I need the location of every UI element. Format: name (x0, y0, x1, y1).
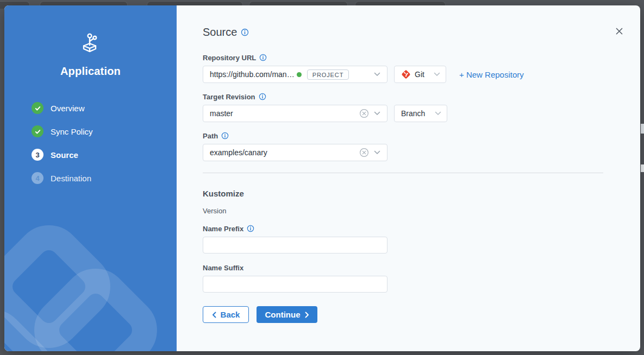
target-revision-label: Target Revision (203, 93, 255, 101)
step-label: Sync Policy (51, 127, 93, 136)
close-icon (615, 27, 623, 35)
git-logo-icon (401, 69, 411, 79)
application-logo-icon (78, 30, 103, 55)
new-repository-link[interactable]: + New Repository (459, 70, 524, 79)
step-label: Source (51, 150, 78, 160)
step-number-badge: 3 (32, 149, 43, 161)
close-button[interactable] (613, 25, 625, 37)
check-icon (32, 102, 43, 114)
step-label: Overview (51, 104, 85, 113)
project-badge: PROJECT (307, 69, 349, 80)
chevron-right-icon (305, 312, 309, 318)
chevron-down-icon[interactable] (435, 111, 441, 116)
continue-button[interactable]: Continue (257, 306, 317, 323)
kustomize-heading: Kustomize (203, 189, 640, 198)
name-suffix-label: Name Suffix (203, 264, 243, 272)
continue-button-label: Continue (265, 310, 301, 319)
revision-type-value: Branch (401, 109, 425, 118)
name-prefix-input[interactable] (203, 237, 387, 253)
step-label: Destination (51, 174, 91, 183)
chevron-down-icon[interactable] (374, 111, 380, 116)
connection-status-dot (297, 72, 302, 77)
chevron-down-icon[interactable] (374, 150, 380, 155)
back-button[interactable]: Back (203, 306, 249, 323)
target-revision-value: master (210, 109, 233, 118)
section-divider (203, 173, 603, 173)
step-destination[interactable]: 4 Destination (32, 172, 93, 184)
page-title: Source (203, 26, 237, 39)
info-icon[interactable] (259, 54, 267, 61)
wizard-title: Application (60, 65, 121, 78)
target-revision-combobox[interactable]: master (203, 105, 387, 122)
chevron-down-icon[interactable] (434, 72, 440, 77)
clear-icon[interactable] (359, 148, 369, 157)
chevron-down-icon[interactable] (374, 72, 380, 77)
path-combobox[interactable]: examples/canary (203, 144, 387, 161)
check-icon (32, 125, 43, 137)
step-number-badge: 4 (32, 172, 43, 184)
path-label: Path (203, 132, 218, 140)
clear-icon[interactable] (359, 109, 369, 118)
step-sync-policy[interactable]: Sync Policy (32, 125, 93, 137)
background-fragment (641, 164, 644, 172)
repo-type-select[interactable]: Git (394, 66, 446, 83)
step-source[interactable]: 3 Source (32, 149, 93, 161)
repository-url-value: https://github.com/man… (210, 70, 295, 79)
wizard-sidebar: Application Overview Sync Policy 3 Sourc… (4, 5, 177, 351)
background-fragment (641, 124, 644, 134)
name-suffix-input[interactable] (203, 276, 387, 293)
repository-url-label: Repository URL (203, 54, 256, 62)
path-value: examples/canary (210, 148, 267, 157)
step-overview[interactable]: Overview (32, 102, 93, 114)
revision-type-select[interactable]: Branch (394, 105, 447, 122)
wizard-steps: Overview Sync Policy 3 Source 4 Destinat… (4, 102, 93, 195)
info-icon[interactable] (221, 132, 229, 140)
repo-type-value: Git (415, 70, 424, 79)
repository-url-combobox[interactable]: https://github.com/man… PROJECT (203, 66, 387, 83)
version-label: Version (203, 207, 640, 215)
info-icon[interactable] (241, 28, 249, 36)
info-icon[interactable] (259, 93, 266, 100)
name-prefix-label: Name Prefix (203, 225, 243, 233)
info-icon[interactable] (247, 225, 254, 232)
application-wizard-modal: Application Overview Sync Policy 3 Sourc… (4, 5, 640, 351)
back-button-label: Back (221, 310, 240, 319)
chevron-left-icon (212, 312, 216, 318)
wizard-main-panel: Source Repository URL https://github.com… (177, 5, 640, 351)
